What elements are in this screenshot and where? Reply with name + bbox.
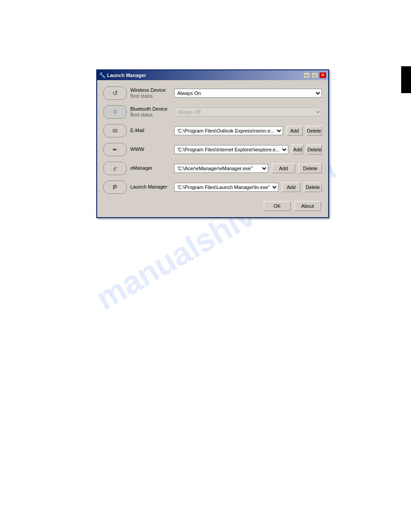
launchmanager-select[interactable]: 'C:\Program Files\Launch Manager\ln.exe'…	[174, 183, 278, 192]
window-icon: 🔧	[99, 72, 105, 78]
launch-manager-window: 🔧 Launch Manager — □ ✕ Wireless Device B…	[96, 69, 329, 218]
right-tab	[401, 66, 411, 93]
emanager-delete-button[interactable]: Delete	[299, 163, 322, 173]
bluetooth-select: Always Off Always On	[174, 107, 322, 116]
ok-button[interactable]: OK	[264, 201, 291, 211]
row-emanager: eManager 'C:\Acer\eManager\eManager.exe'…	[103, 160, 323, 177]
maximize-button[interactable]: □	[311, 72, 318, 78]
email-select[interactable]: 'C:\Program Files\Outlook Express\nsmn.e…	[174, 126, 283, 135]
www-icon-button[interactable]	[103, 143, 127, 156]
email-label: E-Mail	[130, 128, 171, 133]
www-label: WWW	[130, 146, 171, 152]
email-add-button[interactable]: Add	[287, 126, 303, 136]
bottom-bar: OK About	[103, 201, 323, 211]
www-delete-button[interactable]: Delete	[307, 145, 322, 154]
launchmanager-icon-button[interactable]	[103, 180, 127, 194]
emanager-icon	[113, 164, 116, 172]
wireless-label: Wireless Device Boot status	[130, 87, 171, 99]
wireless-icon	[112, 89, 118, 97]
title-bar-left: 🔧 Launch Manager	[99, 72, 146, 78]
row-www: WWW 'C:\Program Files\Internet Explorer\…	[103, 141, 323, 158]
email-icon-button[interactable]	[103, 124, 127, 137]
launchmanager-label: Launch Manager	[130, 184, 171, 190]
row-bluetooth: Bluetooth Device Boot status Always Off …	[103, 103, 323, 120]
row-launchmanager: Launch Manager 'C:\Program Files\Launch …	[103, 179, 323, 196]
emanager-label: eManager	[130, 165, 171, 171]
minimize-button[interactable]: —	[303, 72, 310, 78]
launchmanager-delete-button[interactable]: Delete	[304, 182, 322, 192]
window-body: Wireless Device Boot status Always On Al…	[97, 80, 328, 217]
bluetooth-icon	[112, 108, 118, 116]
email-icon	[112, 127, 118, 134]
emanager-add-button[interactable]: Add	[272, 163, 295, 173]
launchmanager-add-button[interactable]: Add	[282, 182, 300, 192]
window-title: Launch Manager	[107, 73, 146, 78]
wireless-select[interactable]: Always On Always Off	[174, 89, 322, 98]
www-select[interactable]: 'C:\Program Files\Internet Explorer\iexp…	[174, 145, 288, 154]
bluetooth-label: Bluetooth Device Boot status	[130, 106, 171, 117]
emanager-select[interactable]: 'C:\Acer\eManager\eManager.exe''	[174, 164, 268, 173]
wireless-icon-button[interactable]	[103, 86, 127, 100]
row-wireless: Wireless Device Boot status Always On Al…	[103, 85, 323, 102]
title-bar-buttons: — □ ✕	[303, 72, 326, 78]
lm-icon	[113, 184, 117, 191]
www-icon	[112, 146, 118, 153]
emanager-icon-button[interactable]	[103, 162, 127, 175]
email-delete-button[interactable]: Delete	[306, 126, 322, 136]
about-button[interactable]: About	[294, 201, 321, 211]
close-button[interactable]: ✕	[319, 72, 326, 78]
row-email: E-Mail 'C:\Program Files\Outlook Express…	[103, 122, 323, 139]
bluetooth-icon-button[interactable]	[103, 105, 127, 119]
title-bar: 🔧 Launch Manager — □ ✕	[97, 70, 328, 80]
www-add-button[interactable]: Add	[292, 145, 303, 154]
